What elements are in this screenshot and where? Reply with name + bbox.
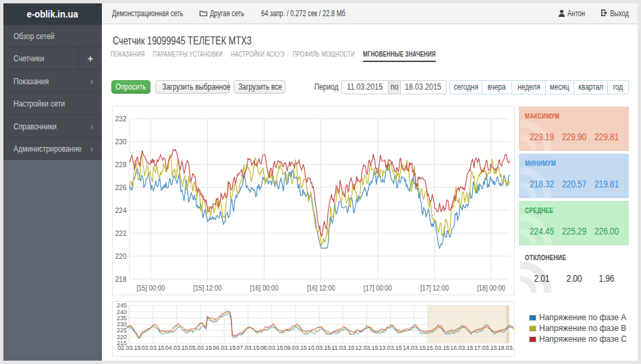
svg-text:12.03.15: 12.03.15 bbox=[356, 344, 379, 351]
svg-text:14.03.15: 14.03.15 bbox=[403, 344, 426, 351]
svg-text:02.03.15: 02.03.15 bbox=[118, 344, 141, 351]
svg-text:224: 224 bbox=[115, 207, 127, 214]
svg-text:228: 228 bbox=[115, 161, 127, 169]
svg-text:230: 230 bbox=[115, 138, 127, 146]
svg-text:[15] 12:00: [15] 12:00 bbox=[194, 284, 222, 292]
svg-text:[17] 00:00: [17] 00:00 bbox=[364, 284, 392, 292]
svg-text:18.03.15: 18.03.15 bbox=[498, 344, 514, 351]
svg-text:[17] 12:00: [17] 12:00 bbox=[420, 284, 449, 292]
svg-text:222: 222 bbox=[115, 230, 127, 237]
svg-text:07.03.15: 07.03.15 bbox=[237, 344, 260, 351]
svg-text:218: 218 bbox=[115, 276, 127, 283]
svg-text:[18] 00:00: [18] 00:00 bbox=[477, 284, 505, 292]
svg-text:13.03.15: 13.03.15 bbox=[379, 344, 402, 351]
svg-text:232: 232 bbox=[115, 115, 127, 123]
svg-text:08.03.15: 08.03.15 bbox=[260, 344, 283, 351]
svg-text:226: 226 bbox=[115, 184, 127, 191]
svg-text:[16] 12:00: [16] 12:00 bbox=[307, 284, 335, 292]
svg-text:06.03.15: 06.03.15 bbox=[213, 344, 235, 351]
svg-text:09.03.15: 09.03.15 bbox=[284, 344, 307, 351]
svg-text:[15] 00:00: [15] 00:00 bbox=[136, 284, 165, 292]
svg-text:05.03.15: 05.03.15 bbox=[189, 344, 212, 351]
svg-text:16.03.15: 16.03.15 bbox=[450, 344, 473, 351]
svg-text:17.03.15: 17.03.15 bbox=[474, 344, 497, 351]
svg-text:10.03.15: 10.03.15 bbox=[308, 344, 331, 351]
svg-text:[16] 00:00: [16] 00:00 bbox=[250, 284, 279, 292]
svg-text:15.03.15: 15.03.15 bbox=[426, 344, 449, 351]
svg-text:11.03.15: 11.03.15 bbox=[331, 344, 354, 351]
svg-text:04.03.15: 04.03.15 bbox=[165, 344, 188, 351]
svg-text:03.03.15: 03.03.15 bbox=[142, 344, 165, 351]
svg-text:220: 220 bbox=[115, 253, 127, 260]
